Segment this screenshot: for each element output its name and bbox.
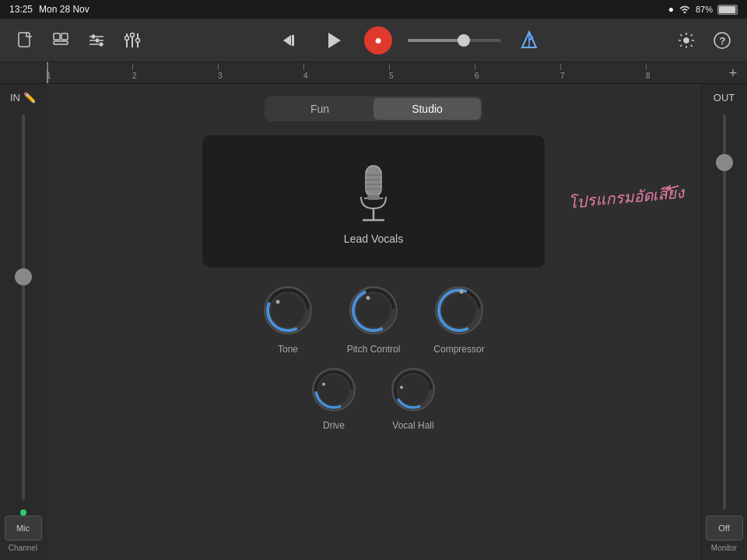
channel-label: Channel	[9, 544, 37, 552]
instrument-label: Lead Vocals	[344, 233, 403, 245]
svg-point-39	[271, 293, 305, 327]
timeline-ruler: 1 2 3 4 5 6 7 8 +	[0, 62, 747, 84]
svg-point-59	[398, 374, 429, 405]
svg-point-14	[131, 33, 135, 37]
monitor-off-button[interactable]: Off	[706, 516, 743, 541]
svg-text:?: ?	[720, 35, 726, 47]
svg-point-49	[442, 293, 476, 327]
out-label: OUT	[714, 92, 735, 103]
svg-rect-3	[54, 41, 68, 44]
battery-visual	[717, 5, 738, 15]
ruler-mark-4: 4	[303, 64, 389, 80]
vu-meter	[20, 509, 26, 516]
compressor-label: Compressor	[433, 344, 484, 355]
battery-icon: 87%	[696, 5, 713, 14]
microphone-icon	[346, 158, 401, 228]
svg-point-11	[125, 36, 129, 40]
monitor-label: Monitor	[711, 544, 737, 552]
left-panel: IN ✏️ Mic Channel	[0, 84, 47, 560]
drive-knob[interactable]	[310, 366, 358, 414]
input-fader[interactable]	[22, 114, 25, 500]
svg-marker-19	[283, 35, 291, 46]
ruler-mark-7: 7	[560, 64, 646, 80]
pitch-label: Pitch Control	[347, 344, 401, 355]
pitch-knob-group: Pitch Control	[346, 283, 401, 355]
center-panel: Fun Studio	[47, 84, 700, 560]
svg-point-47	[366, 296, 370, 300]
signal-icon: ●	[668, 4, 674, 15]
tone-label: Tone	[278, 344, 298, 355]
mic-button[interactable]: Mic	[5, 516, 42, 541]
tracks-icon[interactable]	[84, 28, 109, 53]
output-fader-thumb[interactable]	[716, 154, 733, 171]
volume-control[interactable]	[408, 39, 501, 42]
svg-point-17	[136, 38, 140, 42]
pitch-knob[interactable]	[346, 283, 401, 338]
layout-icon[interactable]	[48, 28, 73, 53]
add-track-button[interactable]: +	[725, 65, 741, 81]
compressor-knob[interactable]	[432, 283, 486, 338]
record-button[interactable]: ●	[364, 26, 392, 54]
status-bar: 13:25 Mon 28 Nov ● 87%	[0, 0, 747, 19]
svg-point-52	[460, 290, 464, 294]
drive-knob-group: Drive	[310, 366, 358, 431]
output-fader[interactable]	[723, 114, 726, 509]
vocal-hall-knob-group: Vocal Hall	[389, 366, 437, 431]
rewind-button[interactable]	[277, 26, 305, 54]
knobs-row-2: Drive Vocal Hall	[310, 366, 437, 431]
main-area: IN ✏️ Mic Channel Fun Studio	[0, 84, 747, 560]
ruler-mark-6: 6	[475, 64, 560, 80]
date-display: Mon 28 Nov	[39, 4, 89, 15]
svg-point-44	[356, 293, 391, 327]
mode-selector: Fun Studio	[265, 96, 482, 121]
play-button[interactable]	[321, 26, 349, 54]
svg-point-62	[400, 386, 403, 389]
ruler-mark-3: 3	[218, 64, 303, 80]
tone-knob-group: Tone	[261, 283, 315, 355]
compressor-knob-group: Compressor	[432, 283, 486, 355]
svg-point-57	[322, 383, 325, 386]
svg-rect-0	[19, 33, 30, 47]
ruler-mark-5: 5	[389, 64, 475, 80]
wifi-icon	[679, 4, 691, 16]
svg-rect-7	[92, 34, 95, 38]
vocal-hall-knob[interactable]	[389, 366, 437, 414]
svg-marker-21	[328, 33, 341, 48]
ruler-marks: 1 2 3 4 5 6 7 8	[0, 64, 747, 80]
svg-rect-2	[61, 33, 68, 40]
mixer-icon[interactable]	[120, 28, 145, 53]
document-icon[interactable]	[12, 28, 37, 53]
svg-rect-9	[100, 42, 103, 46]
fader-thumb[interactable]	[15, 268, 32, 285]
knobs-row-1: Tone Pitch Control	[261, 283, 486, 355]
mic-display: Lead Vocals	[202, 135, 545, 268]
in-label: IN ✏️	[10, 92, 36, 103]
svg-point-25	[684, 38, 689, 43]
svg-rect-1	[54, 33, 60, 40]
vocal-hall-label: Vocal Hall	[392, 420, 433, 431]
tone-knob[interactable]	[261, 283, 315, 338]
ruler-mark-1: 1	[47, 64, 132, 80]
drive-label: Drive	[323, 420, 345, 431]
ruler-mark-2: 2	[132, 64, 218, 80]
settings-icon[interactable]	[674, 28, 699, 53]
svg-rect-28	[366, 166, 381, 197]
toolbar: ● ?	[0, 19, 747, 62]
metronome-icon[interactable]	[517, 28, 542, 53]
pencil-icon: ✏️	[23, 92, 36, 103]
ruler-mark-8: 8	[646, 64, 731, 80]
time-display: 13:25	[9, 4, 33, 15]
svg-point-54	[318, 374, 349, 405]
right-panel: OUT Off Monitor	[700, 84, 747, 560]
svg-point-42	[276, 300, 280, 304]
studio-mode-button[interactable]: Studio	[374, 98, 481, 120]
svg-rect-20	[292, 35, 294, 46]
svg-rect-8	[96, 38, 99, 42]
help-icon[interactable]: ?	[710, 28, 735, 53]
fun-mode-button[interactable]: Fun	[266, 98, 374, 120]
svg-rect-35	[367, 195, 380, 200]
